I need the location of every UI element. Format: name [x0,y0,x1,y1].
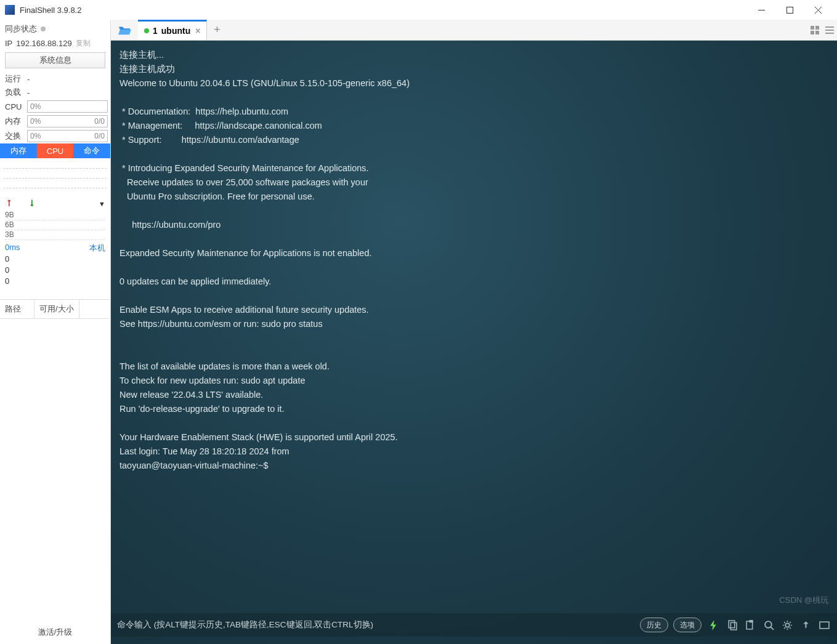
command-hint[interactable]: 命令输入 (按ALT键提示历史,TAB键路径,ESC键返回,双击CTRL切换) [117,618,635,632]
svg-rect-4 [815,31,819,34]
tab-cpu[interactable]: CPU [37,143,74,158]
bolt-icon[interactable] [706,618,720,632]
svg-point-12 [765,621,772,628]
ip-value: 192.168.88.129 [16,39,71,48]
svg-rect-0 [786,7,793,13]
copy-ip-button[interactable]: 复制 [76,38,91,49]
terminal-output: 连接主机... 连接主机成功 Welcome to Ubuntu 20.04.6… [119,50,410,470]
sync-status: 同步状态 [0,20,110,38]
mini-chart [0,161,110,196]
swap-value: 0% [30,132,41,140]
svg-point-13 [785,623,789,627]
titlebar: FinalShell 3.9.8.2 [0,0,837,20]
window-title: FinalShell 3.9.8.2 [20,6,747,15]
mem-label: 内存 [5,116,25,127]
cpu-label: CPU [5,102,25,111]
col-size: 可用/大小 [34,300,79,318]
load-value: - [27,88,105,97]
svg-rect-5 [825,26,834,28]
svg-rect-9 [730,622,737,630]
zero-1: 0 [5,265,105,276]
watermark: CSDN @桃玩 [779,594,828,607]
tab-index: 1 [153,26,158,36]
app-icon [5,5,15,15]
system-info-button[interactable]: 系统信息 [5,52,105,68]
svg-rect-6 [825,30,834,31]
sidebar: 同步状态 IP 192.168.88.129 复制 系统信息 运行- 负载- C… [0,20,111,644]
upload-icon[interactable] [799,618,812,632]
maximize-button[interactable] [775,0,804,20]
tab-bar: 1 ubuntu × + [111,20,837,41]
swap-ratio: 0/0 [94,132,105,140]
fullscreen-icon[interactable] [817,618,831,632]
ip-label: IP [5,39,12,48]
svg-rect-11 [749,620,753,622]
zero-list: 0 0 0 [0,254,110,292]
swap-meter: 0%0/0 [27,130,108,142]
zero-2: 0 [5,276,105,287]
scale-9b: 9B [5,211,105,220]
history-button[interactable]: 历史 [640,618,668,632]
status-dot-icon [144,28,149,33]
sync-label: 同步状态 [5,23,37,34]
svg-rect-14 [820,622,829,629]
zero-0: 0 [5,254,105,265]
copy-icon[interactable] [725,618,738,632]
local-label: 本机 [89,243,105,254]
net-arrows: 🠕 🠗 ▼ [0,196,110,211]
minimize-button[interactable] [747,0,775,20]
svg-rect-2 [815,26,819,30]
tab-name: ubuntu [161,26,190,36]
tab-ubuntu[interactable]: 1 ubuntu × [138,20,207,40]
open-folder-icon[interactable] [111,20,138,40]
svg-rect-1 [811,26,814,30]
mem-ratio: 0/0 [94,117,105,126]
upload-arrow-icon: 🠕 [5,199,13,208]
activate-link[interactable]: 激活/升级 [0,621,110,644]
disk-table-header: 路径 可用/大小 [0,299,110,319]
svg-rect-8 [729,621,735,628]
paste-icon[interactable] [743,618,757,632]
swap-label: 交换 [5,131,25,142]
tab-close-icon[interactable]: × [195,26,200,36]
col-path: 路径 [0,300,34,318]
scale-3b: 3B [5,230,105,240]
tab-memory[interactable]: 内存 [0,143,37,158]
command-bar: 命令输入 (按ALT键提示历史,TAB键路径,ESC键返回,双击CTRL切换) … [111,613,837,637]
cpu-value: 0% [30,102,41,111]
svg-rect-3 [811,31,814,34]
list-view-icon[interactable] [822,20,837,40]
gear-icon[interactable] [780,618,794,632]
mem-meter: 0%0/0 [27,115,108,127]
run-label: 运行 [5,73,25,84]
load-label: 负载 [5,87,25,98]
cpu-meter: 0% [27,100,108,113]
scale-6b: 6B [5,220,105,230]
chart-scale: 9B 6B 3B [0,211,110,240]
mem-value: 0% [30,117,41,126]
close-button[interactable] [804,0,832,20]
download-arrow-icon: 🠗 [28,199,36,208]
terminal[interactable]: 连接主机... 连接主机成功 Welcome to Ubuntu 20.04.6… [111,41,837,644]
sidebar-tabs: 内存 CPU 命令 [0,143,110,158]
options-button[interactable]: 选项 [673,618,702,632]
search-icon[interactable] [762,618,775,632]
tab-command[interactable]: 命令 [73,143,110,158]
latency-value: 0ms [5,243,20,254]
content-area: 1 ubuntu × + 连接主机... 连接主机成功 Welcome to U… [111,20,837,644]
ip-row: IP 192.168.88.129 复制 [0,38,110,52]
run-value: - [27,74,105,84]
dropdown-triangle-icon[interactable]: ▼ [99,200,105,207]
grid-view-icon[interactable] [807,20,822,40]
new-tab-button[interactable]: + [207,20,227,40]
sync-dot-icon [41,26,46,31]
svg-rect-7 [825,33,834,34]
